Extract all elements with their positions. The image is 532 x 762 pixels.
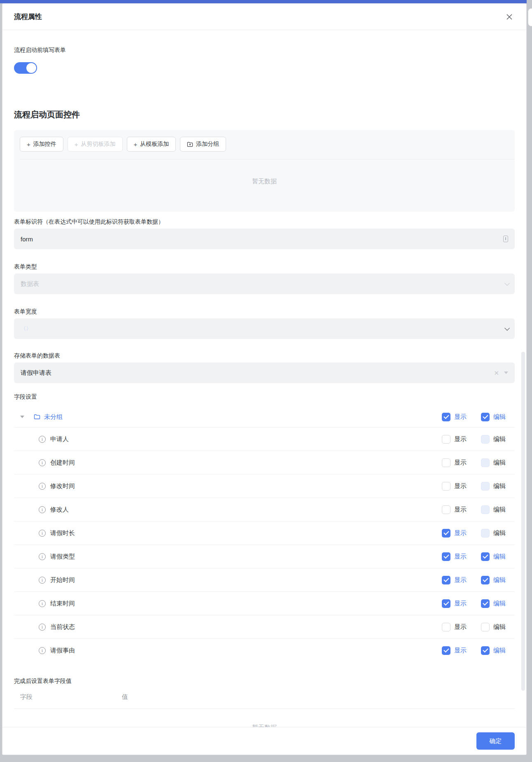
form-type-select[interactable]: 数据表 (14, 273, 515, 294)
page-top-accent-bar (0, 0, 527, 3)
show-checkbox[interactable] (442, 529, 450, 538)
show-pair: 显示 (442, 505, 467, 514)
column-header-field: 字段 (20, 693, 122, 701)
group-name: 未分组 (44, 413, 63, 421)
show-checkbox[interactable] (442, 435, 450, 444)
chevron-down-icon (504, 280, 510, 286)
edit-label: 编辑 (493, 553, 506, 561)
edit-pair: 编辑 (481, 435, 506, 444)
edit-pair: 编辑 (481, 576, 506, 584)
show-checkbox[interactable] (442, 623, 450, 631)
edit-checkbox[interactable] (481, 552, 490, 561)
field-row: i结束时间显示编辑 (14, 591, 515, 615)
button-label: 添加控件 (33, 140, 56, 148)
show-checkbox[interactable] (442, 576, 450, 584)
collapse-caret-icon[interactable] (20, 416, 24, 418)
edit-label: 编辑 (493, 576, 506, 584)
dialog-header: 流程属性 (2, 4, 526, 30)
prestart-form-label: 流程启动前填写表单 (14, 46, 515, 54)
show-label: 显示 (454, 600, 467, 608)
field-name: 请假事由 (50, 647, 75, 654)
edit-pair: 编辑 (481, 599, 506, 608)
edit-checkbox[interactable] (481, 529, 490, 538)
show-pair: 显示 (442, 482, 467, 491)
add-from-template-button[interactable]: + 从模板添加 (127, 137, 176, 152)
edit-pair: 编辑 (481, 646, 506, 655)
identifier-input[interactable]: form (14, 229, 515, 249)
show-checkbox[interactable] (442, 599, 450, 608)
field-settings-label: 字段设置 (14, 393, 515, 401)
info-icon: i (39, 553, 46, 560)
group-show-checkbox[interactable] (442, 413, 450, 421)
add-from-clipboard-button[interactable]: + 从剪切板添加 (68, 137, 123, 152)
show-pair: 显示 (442, 599, 467, 608)
form-width-select[interactable]: 〈〉 (14, 318, 515, 339)
field-name: 修改人 (50, 506, 69, 514)
caret-down-icon[interactable] (504, 372, 508, 374)
edit-checkbox[interactable] (481, 482, 490, 491)
data-table-select[interactable]: 请假申请表 ✕ (14, 362, 515, 383)
edit-pair: 编辑 (481, 623, 506, 631)
group-edit-checkbox[interactable] (481, 413, 490, 421)
field-row: i请假类型显示编辑 (14, 545, 515, 568)
document-icon[interactable] (503, 236, 508, 242)
show-label: 显示 (454, 506, 467, 514)
show-checkbox[interactable] (442, 505, 450, 514)
edit-label: 编辑 (493, 506, 506, 514)
show-checkbox[interactable] (442, 552, 450, 561)
show-checkbox[interactable] (442, 646, 450, 655)
close-icon[interactable] (505, 12, 514, 21)
edit-checkbox[interactable] (481, 505, 490, 514)
field-settings-tree: 未分组 显示编辑 i申请人显示编辑i创建时间显示编辑i修改时间显示编辑i修改人显… (14, 407, 515, 662)
edit-checkbox[interactable] (481, 646, 490, 655)
field-name: 开始时间 (50, 576, 75, 584)
edit-checkbox[interactable] (481, 623, 490, 631)
field-row: i创建时间显示编辑 (14, 451, 515, 474)
edit-checkbox[interactable] (481, 576, 490, 584)
field-controls: 显示编辑 (442, 482, 515, 491)
show-pair: 显示 (442, 576, 467, 584)
table-header-divider (14, 708, 515, 709)
form-width-label: 表单宽度 (14, 307, 515, 316)
field-name: 创建时间 (50, 459, 75, 467)
edit-pair: 编辑 (481, 505, 506, 514)
prestart-form-toggle[interactable] (14, 62, 37, 74)
show-pair: 显示 (442, 529, 467, 538)
show-pair: 显示 (442, 435, 467, 444)
field-row: i修改人显示编辑 (14, 498, 515, 521)
edit-checkbox[interactable] (481, 435, 490, 444)
plus-icon: + (75, 141, 78, 147)
scrollbar-thumb[interactable] (521, 352, 525, 691)
show-label: 显示 (454, 529, 467, 537)
field-name: 修改时间 (50, 482, 75, 490)
edit-checkbox[interactable] (481, 458, 490, 467)
info-icon: i (39, 624, 46, 631)
clear-icon[interactable]: ✕ (494, 370, 499, 376)
add-group-button[interactable]: 添加分组 (180, 137, 226, 152)
edit-label: 编辑 (493, 459, 506, 467)
field-controls: 显示编辑 (442, 529, 515, 538)
show-checkbox[interactable] (442, 482, 450, 491)
field-controls: 显示编辑 (442, 623, 515, 631)
show-checkbox[interactable] (442, 458, 450, 467)
add-control-button[interactable]: + 添加控件 (20, 137, 63, 152)
identifier-label: 表单标识符（在表达式中可以使用此标识符获取表单数据） (14, 217, 515, 226)
edit-pair: 编辑 (481, 458, 506, 467)
controls-toolbar: + 添加控件 + 从剪切板添加 + 从模板添加 添加分组 (20, 137, 509, 152)
field-controls: 显示编辑 (442, 646, 515, 655)
show-pair: 显示 (442, 646, 467, 655)
edit-label: 编辑 (493, 529, 506, 537)
show-label: 显示 (454, 435, 467, 443)
edit-checkbox[interactable] (481, 599, 490, 608)
confirm-button[interactable]: 确定 (476, 732, 515, 750)
field-controls: 显示编辑 (442, 552, 515, 561)
button-label: 从剪切板添加 (81, 140, 116, 148)
field-row: i申请人显示编辑 (14, 427, 515, 451)
edit-pair: 编辑 (481, 482, 506, 491)
field-row: i请假事由显示编辑 (14, 638, 515, 662)
group-edit-pair: 编辑 (481, 413, 506, 421)
edit-pair: 编辑 (481, 529, 506, 538)
field-controls: 显示编辑 (442, 576, 515, 584)
column-header-value: 值 (122, 693, 128, 701)
info-icon: i (39, 647, 46, 654)
